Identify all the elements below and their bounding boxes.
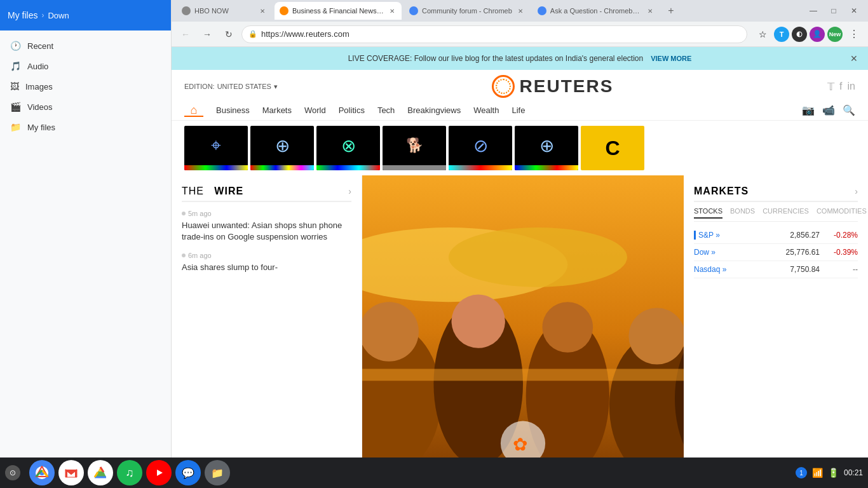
video-icon[interactable]: 📹 — [822, 104, 835, 116]
nav-item-breakingviews[interactable]: Breakingviews — [407, 103, 461, 118]
audio-icon: 🎵 — [10, 61, 21, 71]
camera-icon[interactable]: 📷 — [802, 104, 815, 116]
fm-item-images[interactable]: 🖼 Images — [0, 76, 171, 97]
live-banner-text: LIVE COVERAGE: Follow our live blog for … — [348, 54, 644, 63]
reuters-dot-pattern — [496, 79, 511, 94]
markets-tab-bonds[interactable]: BONDS — [730, 207, 755, 219]
svg-rect-12 — [362, 369, 684, 381]
twitter-profile-icon[interactable]: T — [774, 27, 789, 42]
tab-community[interactable]: Community forum - Chromeb ✕ — [404, 2, 530, 20]
url-bar[interactable]: 🔒 https://www.reuters.com — [241, 25, 747, 43]
close-button[interactable]: ✕ — [845, 2, 863, 20]
market-row-dow: Dow » 25,776.61 -0.39% — [694, 244, 858, 261]
gmail-icon — [64, 466, 78, 480]
linkedin-icon[interactable]: in — [848, 81, 855, 92]
notification-badge[interactable]: 1 — [796, 467, 807, 478]
taskbar-apps: ♫ 💬 📁 — [29, 460, 230, 485]
forward-button[interactable]: → — [198, 25, 216, 43]
security-lock-icon: 🔒 — [248, 30, 257, 38]
tab-close-hbo[interactable]: ✕ — [258, 6, 267, 15]
bookmark-button[interactable]: ☆ — [754, 25, 771, 43]
drive-icon — [93, 466, 107, 480]
live-banner-close-button[interactable]: ✕ — [850, 53, 858, 64]
ad-item-5[interactable]: ⊘ — [449, 126, 512, 170]
dark-profile-icon[interactable]: ◐ — [792, 27, 807, 42]
edition-selector[interactable]: EDITION: UNITED STATES ▾ — [184, 83, 278, 91]
fm-item-myfiles[interactable]: 📁 My files — [0, 117, 171, 137]
home-nav-item[interactable]: ⌂ — [184, 104, 203, 117]
fm-item-label: Images — [25, 82, 53, 92]
new-profile-icon[interactable]: New — [827, 27, 843, 42]
main-content-area: THE WIRE › 5m ago Huawei unwanted: Asian… — [172, 175, 868, 488]
wire-chevron-icon[interactable]: › — [348, 186, 351, 196]
article-title-2[interactable]: Asia shares slump to four- — [182, 262, 351, 273]
nav-item-tech[interactable]: Tech — [377, 103, 395, 118]
article-time-text-1: 5m ago — [188, 210, 212, 217]
chrome-menu-button[interactable]: ⋮ — [845, 25, 863, 43]
page-content: LIVE COVERAGE: Follow our live blog for … — [172, 47, 868, 488]
taskbar-app-chrome[interactable] — [29, 460, 55, 485]
maximize-button[interactable]: □ — [825, 2, 843, 20]
article-title-1[interactable]: Huawei unwanted: Asian shops shun phone … — [182, 220, 351, 243]
market-value-sp500: 2,856.27 — [745, 231, 820, 240]
wire-title-bold: WIRE — [214, 186, 243, 196]
taskbar-app-drive[interactable] — [88, 460, 113, 485]
taskbar-launcher-button[interactable]: ⊙ — [5, 465, 20, 480]
nav-item-markets[interactable]: Markets — [262, 103, 292, 118]
ad-item-3[interactable]: ⊗ — [316, 126, 380, 170]
tab-hbo[interactable]: HBO NOW ✕ — [177, 2, 272, 20]
minimize-button[interactable]: — — [804, 2, 822, 20]
article-time-2: 6m ago — [182, 252, 351, 259]
taskbar-app-spotify[interactable]: ♫ — [117, 460, 142, 485]
markets-tab-stocks[interactable]: STOCKS — [694, 207, 722, 219]
market-name-sp500[interactable]: S&P » — [694, 231, 745, 240]
taskbar-app-youtube[interactable] — [146, 460, 172, 485]
tab-close-reuters[interactable]: ✕ — [388, 6, 397, 15]
edition-chevron-icon: ▾ — [274, 83, 278, 91]
fm-item-audio[interactable]: 🎵 Audio — [0, 56, 171, 76]
taskbar-app-messages[interactable]: 💬 — [175, 460, 201, 485]
fm-item-recent[interactable]: 🕐 Recent — [0, 36, 171, 56]
fm-item-label: My files — [27, 123, 55, 132]
time-dot-icon — [182, 212, 186, 215]
twitter-icon[interactable]: 𝕋 — [827, 81, 834, 93]
nav-item-politics[interactable]: Politics — [339, 103, 365, 118]
nav-item-life[interactable]: Life — [512, 103, 525, 118]
chrome-icon — [35, 466, 49, 480]
nav-item-business[interactable]: Business — [216, 103, 250, 118]
market-row-sp500: S&P » 2,856.27 -0.28% — [694, 227, 858, 244]
taskbar-app-gmail[interactable] — [58, 460, 84, 485]
tab-reuters[interactable]: Business & Financial News, U ✕ — [275, 2, 402, 20]
edition-value: UNITED STATES — [217, 83, 271, 90]
back-button[interactable]: ← — [177, 25, 194, 43]
ad-item-1[interactable]: ⌖ — [184, 126, 248, 170]
article-time-text-2: 6m ago — [188, 252, 212, 259]
ad-item-2[interactable]: ⊕ — [250, 126, 314, 170]
ad-img-6: ⊕ — [539, 135, 554, 156]
nav-item-wealth[interactable]: Wealth — [473, 103, 499, 118]
view-more-link[interactable]: VIEW MORE — [651, 55, 691, 62]
ad-img-2: ⊕ — [275, 135, 290, 156]
fm-breadcrumb-myfiles[interactable]: My files — [8, 10, 37, 20]
fm-item-videos[interactable]: 🎬 Videos — [0, 97, 171, 117]
refresh-button[interactable]: ↻ — [220, 25, 238, 43]
fm-item-label: Audio — [27, 62, 48, 71]
nav-item-world[interactable]: World — [304, 103, 326, 118]
tab-question[interactable]: Ask a Question - Chromebook ✕ — [532, 2, 660, 20]
tab-close-community[interactable]: ✕ — [516, 6, 525, 15]
search-icon[interactable]: 🔍 — [843, 104, 855, 116]
tab-title-reuters: Business & Financial News, U — [292, 7, 384, 15]
markets-tab-commodities[interactable]: COMMODITIES — [817, 207, 867, 219]
tab-close-question[interactable]: ✕ — [646, 6, 654, 15]
markets-chevron-icon[interactable]: › — [855, 186, 858, 196]
ad-item-6[interactable]: ⊕ — [515, 126, 578, 170]
markets-tab-currencies[interactable]: CURRENCIES — [763, 207, 809, 219]
user-avatar-icon[interactable]: 👤 — [810, 27, 825, 42]
ad-item-4[interactable]: 🐕 — [383, 126, 446, 170]
taskbar-app-files[interactable]: 📁 — [205, 460, 230, 485]
ad-cta-button[interactable]: C — [581, 126, 644, 170]
market-name-dow[interactable]: Dow » — [694, 248, 745, 257]
new-tab-button[interactable]: + — [662, 2, 680, 20]
market-name-nasdaq[interactable]: Nasdaq » — [694, 265, 745, 274]
facebook-icon[interactable]: f — [839, 81, 842, 92]
